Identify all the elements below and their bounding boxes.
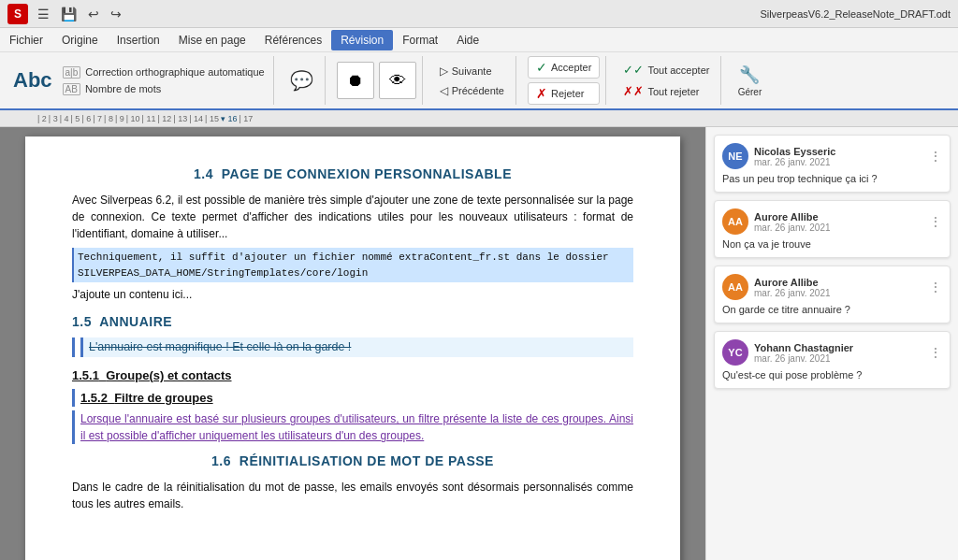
avatar-4: YC <box>722 339 748 366</box>
accept-reject-all-group: ✓✓ Tout accepter ✗✗ Tout rejeter <box>612 56 721 105</box>
accept-all-btn[interactable]: ✓✓ Tout accepter <box>617 61 715 79</box>
accept-icon: ✓ <box>536 60 547 75</box>
comment-card-1: NE Nicolas Eysseric mar. 26 janv. 2021 ⋮… <box>714 135 951 193</box>
comment-header-1: NE Nicolas Eysseric mar. 26 janv. 2021 ⋮ <box>722 143 942 169</box>
comment-text-2: Non ça va je trouve <box>722 238 942 250</box>
navigation-group: ▷ Suivante ◁ Précédente <box>428 56 516 105</box>
comment-date-1: mar. 26 janv. 2021 <box>754 157 923 167</box>
document-page: 1.4 Page de connexion personnalisable Av… <box>25 136 680 560</box>
accept-reject-group: ✓ Accepter ✗ Rejeter <box>522 56 606 105</box>
redo-icon[interactable]: ↪ <box>107 5 125 23</box>
menu-revision[interactable]: Révision <box>331 30 393 50</box>
undo-icon[interactable]: ↩ <box>84 5 103 23</box>
section152-heading: 1.5.2 Filtre de groupes <box>80 391 213 405</box>
comment-header-2: AA Aurore Allibe mar. 26 janv. 2021 ⋮ <box>722 208 942 235</box>
next-change-btn[interactable]: ▷ Suivante <box>434 63 510 79</box>
prev-change-btn[interactable]: ◁ Précédente <box>434 82 510 99</box>
comment-more-4[interactable]: ⋮ <box>929 345 942 360</box>
app-logo: S <box>7 4 28 24</box>
spell-options: a|b Correction orthographique automatiqu… <box>60 65 268 96</box>
menu-origine[interactable]: Origine <box>52 30 108 50</box>
menu-references[interactable]: Références <box>255 30 331 50</box>
comment-header-4: YC Yohann Chastagnier mar. 26 janv. 2021… <box>722 339 942 366</box>
section151-heading: 1.5.1 Groupe(s) et contacts <box>72 368 232 382</box>
comment-date-3: mar. 26 janv. 2021 <box>754 288 923 298</box>
comment-text-1: Pas un peu trop technique ça ici ? <box>722 173 942 184</box>
section152-container: 1.5.2 Filtre de groupes <box>72 389 633 408</box>
comment-date-2: mar. 26 janv. 2021 <box>754 223 923 233</box>
track-show-btn[interactable]: 👁 <box>379 62 416 99</box>
toolbar: Abc a|b Correction orthographique automa… <box>0 52 958 110</box>
comment-more-3[interactable]: ⋮ <box>929 280 942 294</box>
manage-group: 🔧 Gérer <box>727 56 772 105</box>
accept-btn[interactable]: ✓ Accepter <box>528 56 600 79</box>
section15-heading: 1.5 Annuaire <box>72 314 172 329</box>
comment-text-4: Qu'est-ce qui pose problème ? <box>722 369 942 381</box>
comment-more-2[interactable]: ⋮ <box>929 214 942 229</box>
save-icon[interactable]: 💾 <box>57 5 80 23</box>
section152-text-container: Lorsque l'annuaire est basé sur plusieur… <box>72 410 633 444</box>
reject-btn[interactable]: ✗ Rejeter <box>528 82 600 105</box>
section14-para2: J'ajoute un contenu ici... <box>72 286 633 303</box>
spell-auto-btn[interactable]: a|b Correction orthographique automatiqu… <box>60 65 268 79</box>
spell-abc-icon: Abc <box>13 68 52 92</box>
menu-format[interactable]: Format <box>393 30 447 50</box>
menu-icon[interactable]: ☰ <box>34 5 53 23</box>
comment-btn[interactable]: 💬 <box>285 66 319 94</box>
section14-heading: 1.4 Page de connexion personnalisable <box>194 166 512 181</box>
ruler: | 2 | 3 | 4 | 5 | 6 | 7 | 8 | 9 | 10 | 1… <box>0 110 958 127</box>
section16-heading: 1.6 Réinitialisation de mot de passe <box>211 453 494 468</box>
comment-meta-2: Aurore Allibe mar. 26 janv. 2021 <box>754 211 923 233</box>
menu-fichier[interactable]: Fichier <box>0 30 52 50</box>
section151-container: 1.5.1 Groupe(s) et contacts <box>72 366 633 385</box>
menu-mise-en-page[interactable]: Mise en page <box>169 30 255 50</box>
document-title: SilverpeasV6.2_ReleaseNote_DRAFT.odt <box>760 8 951 20</box>
menubar: Fichier Origine Insertion Mise en page R… <box>0 28 958 52</box>
word-count-btn[interactable]: AB Nombre de mots <box>60 82 268 96</box>
menu-aide[interactable]: Aide <box>447 30 488 50</box>
track-changes-group: ⏺ 👁 <box>331 56 423 105</box>
section15-struck-container: L'annuaire est magnifique ! Et celle là … <box>72 337 633 357</box>
comment-author-3: Aurore Allibe <box>754 277 923 288</box>
comment-group: 💬 <box>280 56 326 105</box>
reject-icon: ✗ <box>536 86 547 101</box>
comment-meta-4: Yohann Chastagnier mar. 26 janv. 2021 <box>754 342 923 364</box>
main-area: 1.4 Page de connexion personnalisable Av… <box>0 127 958 560</box>
section15-struck: L'annuaire est magnifique ! Et celle là … <box>80 337 633 357</box>
document-area: 1.4 Page de connexion personnalisable Av… <box>0 127 705 560</box>
comment-card-2: AA Aurore Allibe mar. 26 janv. 2021 ⋮ No… <box>714 200 951 258</box>
comment-author-1: Nicolas Eysseric <box>754 146 923 157</box>
comment-author-4: Yohann Chastagnier <box>754 342 923 353</box>
comment-meta-1: Nicolas Eysseric mar. 26 janv. 2021 <box>754 146 923 167</box>
comment-author-2: Aurore Allibe <box>754 211 923 223</box>
comment-date-4: mar. 26 janv. 2021 <box>754 353 923 364</box>
titlebar-icons: ☰ 💾 ↩ ↪ <box>34 5 125 23</box>
section16-para: Dans le cadre de la réinitialisation du … <box>72 479 633 512</box>
comment-meta-3: Aurore Allibe mar. 26 janv. 2021 <box>754 277 923 298</box>
manage-btn[interactable]: 🔧 Gérer <box>733 62 766 100</box>
avatar-3: AA <box>722 274 748 300</box>
track-record-btn[interactable]: ⏺ <box>337 62 374 99</box>
spellcheck-group: Abc a|b Correction orthographique automa… <box>7 56 274 105</box>
section152-text: Lorsque l'annuaire est basé sur plusieur… <box>80 410 633 444</box>
titlebar: S ☰ 💾 ↩ ↪ SilverpeasV6.2_ReleaseNote_DRA… <box>0 0 958 28</box>
menu-insertion[interactable]: Insertion <box>108 30 169 50</box>
comment-more-1[interactable]: ⋮ <box>929 149 942 164</box>
section14-para1: Avec Silverpeas 6.2, il est possible de … <box>72 192 633 242</box>
section14-code: Techniquement, il suffit d'ajouter un fi… <box>72 248 633 282</box>
comment-text-3: On garde ce titre annuaire ? <box>722 304 942 315</box>
ruler-marks: | 2 | 3 | 4 | 5 | 6 | 7 | 8 | 9 | 10 | 1… <box>37 114 254 123</box>
comment-header-3: AA Aurore Allibe mar. 26 janv. 2021 ⋮ <box>722 274 942 300</box>
reject-all-btn[interactable]: ✗✗ Tout rejeter <box>617 82 715 100</box>
comment-card-4: YC Yohann Chastagnier mar. 26 janv. 2021… <box>714 331 951 389</box>
avatar-2: AA <box>722 208 748 235</box>
comment-panel: NE Nicolas Eysseric mar. 26 janv. 2021 ⋮… <box>705 127 958 560</box>
avatar-1: NE <box>722 143 748 169</box>
comment-card-3: AA Aurore Allibe mar. 26 janv. 2021 ⋮ On… <box>714 266 951 323</box>
